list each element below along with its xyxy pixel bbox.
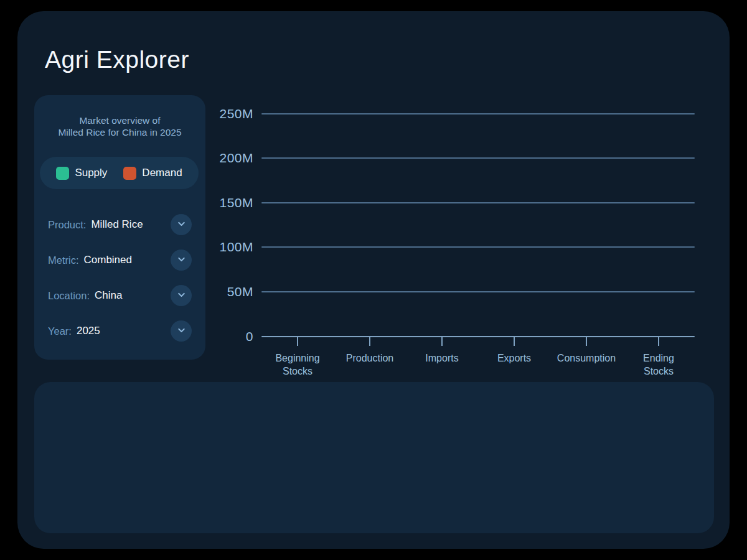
metric-dropdown-button[interactable] [171,250,192,271]
y-axis-tick-label: 0 [217,329,253,344]
category-label: Beginning Stocks [261,352,334,378]
gridline-row: 100M [217,240,695,254]
category-label: Ending Stocks [622,352,695,378]
gridline [261,291,695,292]
axis-tick [658,337,659,346]
supply-swatch [56,167,69,180]
bar-chart: 250M 200M 150M 100M 50M 0 [217,100,695,393]
sidebar-panel: Market overview of Milled Rice for China… [34,95,205,360]
summary-line-2: Milled Rice for China in 2025 [34,126,205,138]
x-axis-ticks [261,337,695,346]
location-value: China [95,289,122,302]
metric-dropdown[interactable]: Metric: Combined [48,250,192,271]
legend-label: Supply [75,167,107,179]
legend: Supply Demand [40,157,199,189]
y-axis-tick-label: 150M [217,195,253,210]
tick-cell [261,337,334,346]
legend-label: Demand [142,167,182,179]
x-axis-category-labels: Beginning Stocks Production Imports Expo… [261,352,695,378]
filter-list: Product: Milled Rice Metric: Combined [48,214,192,356]
product-value: Milled Rice [91,218,143,231]
axis-tick [297,337,298,346]
location-label: Location: [48,290,90,302]
axis-tick [441,337,443,346]
y-axis-tick-label: 100M [217,240,253,254]
gridline-row: 150M [217,195,695,210]
chevron-down-icon [176,218,187,231]
axis-tick [514,337,515,346]
chevron-down-icon [176,325,187,337]
gridline [261,113,695,114]
category-label: Production [334,352,406,378]
axis-tick [586,337,587,346]
category-label: Imports [406,352,478,378]
category-label: Consumption [550,352,622,378]
gridline-row: 200M [217,151,695,166]
legend-item-demand: Demand [123,167,182,180]
app-container: Agri Explorer Market overview of Milled … [17,11,730,549]
gridline-row: 250M [217,106,695,121]
year-dropdown[interactable]: Year: 2025 [48,320,192,342]
gridline [261,157,695,159]
product-dropdown-button[interactable] [171,214,192,235]
product-dropdown[interactable]: Product: Milled Rice [48,214,192,235]
demand-swatch [123,167,136,180]
year-dropdown-button[interactable] [171,320,192,342]
tick-cell [622,337,695,346]
results-panel [34,382,714,533]
category-label: Exports [478,352,550,378]
metric-value: Combined [84,254,133,266]
axis-tick [369,337,370,346]
tick-cell [334,337,406,346]
location-dropdown[interactable]: Location: China [48,285,192,306]
chart-summary: Market overview of Milled Rice for China… [34,114,205,138]
product-label: Product: [48,219,86,231]
legend-item-supply: Supply [56,167,107,180]
year-value: 2025 [77,325,100,337]
year-label: Year: [48,325,72,337]
gridline-row: 50M [217,284,695,299]
y-axis-tick-label: 250M [217,106,253,121]
page-title: Agri Explorer [45,46,189,73]
location-dropdown-button[interactable] [171,285,192,306]
tick-cell [550,337,622,346]
y-axis-tick-label: 200M [217,151,253,166]
gridline [261,246,695,248]
gridline [261,202,695,203]
tick-cell [478,337,550,346]
chevron-down-icon [176,289,187,302]
chevron-down-icon [176,254,187,266]
metric-label: Metric: [48,254,79,266]
y-axis-tick-label: 50M [217,284,253,299]
summary-line-1: Market overview of [34,114,205,126]
tick-cell [406,337,478,346]
